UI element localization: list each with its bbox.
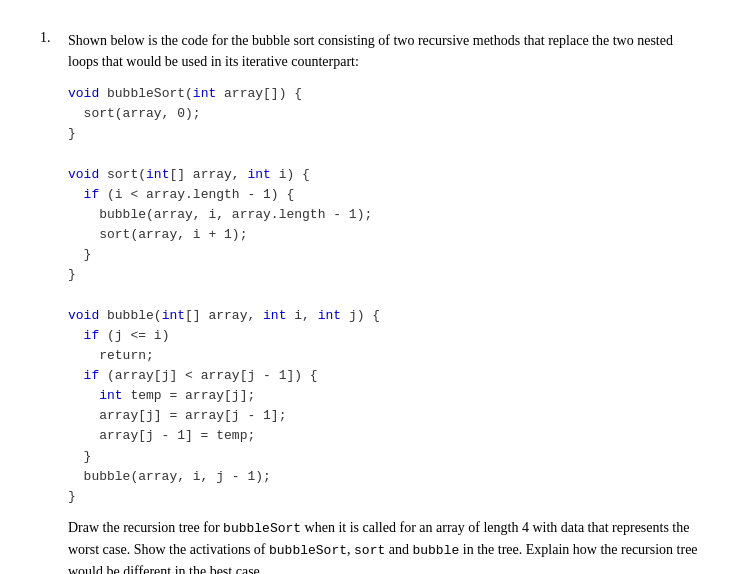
code-line-6: bubble(array, i, array.length - 1); [68,205,698,225]
code-line-1: void bubbleSort(int array[]) { [68,84,698,104]
code-line-13: if (array[j] < array[j - 1]) { [68,366,698,386]
code-line-blank-1 [68,144,698,164]
code-line-7: sort(array, i + 1); [68,225,698,245]
code-line-5: if (i < array.length - 1) { [68,185,698,205]
code-line-2: sort(array, 0); [68,104,698,124]
question-1-header: 1. Shown below is the code for the bubbl… [40,30,698,72]
code-block-1: void bubbleSort(int array[]) { sort(arra… [68,84,698,507]
code-line-12: return; [68,346,698,366]
question-1-followup: Draw the recursion tree for bubbleSort w… [68,517,698,574]
code-line-18: bubble(array, i, j - 1); [68,467,698,487]
code-line-16: array[j - 1] = temp; [68,426,698,446]
question-1-number: 1. [40,30,60,72]
code-line-8: } [68,245,698,265]
code-line-19: } [68,487,698,507]
code-line-4: void sort(int[] array, int i) { [68,165,698,185]
code-line-10: void bubble(int[] array, int i, int j) { [68,306,698,326]
question-1: 1. Shown below is the code for the bubbl… [40,30,698,574]
code-line-11: if (j <= i) [68,326,698,346]
code-line-15: array[j] = array[j - 1]; [68,406,698,426]
code-line-9: } [68,265,698,285]
code-line-blank-2 [68,285,698,305]
code-line-17: } [68,447,698,467]
question-1-intro: Shown below is the code for the bubble s… [68,30,698,72]
code-line-14: int temp = array[j]; [68,386,698,406]
code-line-3: } [68,124,698,144]
